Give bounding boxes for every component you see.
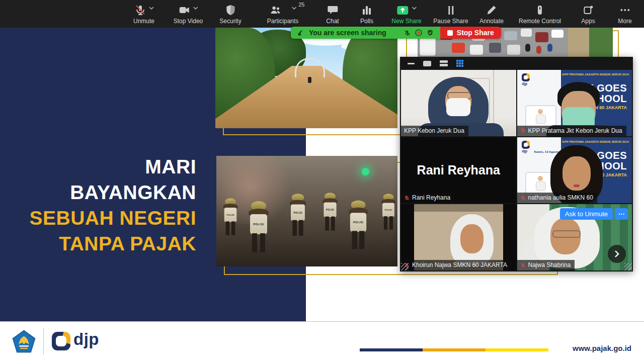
new-share-button[interactable]: New Share [391, 4, 421, 24]
share-arrow-icon [297, 29, 304, 36]
riot-police-photo: POLISI POLISI POLISI POLISI POLISI POLIS… [216, 156, 397, 266]
car [504, 31, 517, 40]
motorbike [547, 44, 552, 52]
polls-button[interactable]: Polls [360, 4, 373, 24]
djp-logo-icon [522, 141, 530, 149]
car [535, 32, 548, 42]
website-url: www.pajak.go.id [573, 344, 631, 352]
djp-logo-text: djp [73, 330, 99, 349]
participants-button[interactable]: 25 Participants [267, 4, 299, 24]
chevron-down-icon[interactable] [412, 7, 417, 10]
participants-video-panel: KPP Kebon Jeruk Dua djp KPP PRATAMA JAKA… [400, 57, 633, 272]
chat-bubble-icon [327, 4, 339, 16]
chevron-down-icon[interactable] [193, 7, 198, 10]
car [470, 45, 483, 55]
car [521, 29, 532, 37]
video-tile-rani-reyhana[interactable]: Rani Reyhana Rani Reyhana [401, 137, 516, 204]
next-page-arrow-button[interactable] [608, 245, 626, 263]
participant-name-label: Rani Reyhana [401, 193, 454, 203]
sharing-status: You are screen sharing [291, 27, 440, 39]
remote-control-button[interactable]: Remote Control [519, 4, 561, 24]
kemenkeu-logo [12, 330, 36, 353]
mic-muted-icon [520, 195, 526, 201]
video-tile-khoirun-najwa[interactable]: Khoirun Najwa SMKN 60 JAKARTA [401, 204, 516, 270]
participant-name-label: Najwa Shabrina [517, 260, 575, 270]
person-glasses [552, 230, 581, 238]
speaker-view-icon[interactable] [423, 61, 431, 66]
pause-icon [445, 4, 457, 16]
unmute-button[interactable]: Unmute [133, 4, 154, 24]
police-officer-figure: POLISI [323, 193, 338, 230]
virtual-bg-header-text: KPP PRATAMA JAKARTA KEBON JERUK DUA [562, 73, 629, 76]
camera-icon [179, 4, 191, 16]
panel-header [400, 57, 633, 70]
mic-muted-icon [134, 4, 146, 16]
shield-icon [224, 4, 236, 16]
stop-share-button[interactable]: Stop Share [440, 27, 501, 39]
police-officer-figure: POLISI [223, 198, 238, 235]
pencil-icon [486, 4, 498, 16]
motorbike [536, 46, 541, 54]
more-button[interactable]: More [618, 4, 631, 24]
video-tiles-grid: KPP Kebon Jeruk Dua djp KPP PRATAMA JAKA… [401, 70, 632, 270]
traffic-light-green [362, 168, 369, 175]
tile-more-options-button[interactable]: ⋯ [615, 208, 628, 220]
screen-share-banner: You are screen sharing Stop Share [291, 27, 501, 39]
zoom-toolbar: Unmute Stop Video Security [0, 0, 644, 28]
police-officer-figure: POLISI [249, 201, 269, 252]
zoom-meeting-screen: POLISI POLISI POLISI POLISI POLISI POLIS… [0, 0, 644, 362]
pause-share-button[interactable]: Pause Share [433, 4, 468, 24]
car [489, 43, 501, 53]
ask-to-unmute-button[interactable]: Ask to Unmute [560, 208, 613, 220]
video-tile-kpp-kebon-jeruk-dua[interactable]: KPP Kebon Jeruk Dua [401, 70, 516, 136]
minimize-window-icon[interactable] [408, 63, 415, 64]
car [551, 30, 564, 38]
mouse-icon [534, 4, 546, 16]
participant-name-label: KPP Pratama Jkt Kebon Jeruk Dua [517, 126, 626, 136]
grid-view-icon[interactable] [456, 60, 463, 67]
slide-headline: MARI BAYANGKAN SEBUAH NEGERI TANPA PAJAK [20, 154, 196, 256]
motorcyclist [308, 77, 311, 83]
slide-footer: djp www.pajak.go.id [0, 321, 644, 362]
person-lips [574, 185, 580, 187]
annotate-button[interactable]: Annotate [479, 4, 504, 24]
djp-logo-icon [52, 332, 70, 350]
headline-line: MARI [20, 154, 196, 179]
sharing-status-text: You are screen sharing [309, 29, 386, 37]
chevron-down-icon[interactable] [291, 7, 296, 10]
video-tile-kpp-pratama[interactable]: djp KPP PRATAMA JAKARTA KEBON JERUK DUA … [517, 70, 632, 136]
stop-video-button[interactable]: Stop Video [174, 4, 203, 24]
security-button[interactable]: Security [219, 4, 241, 24]
share-screen-icon [396, 4, 410, 16]
recording-icon [415, 29, 422, 36]
person-face [460, 224, 484, 253]
resize-handle[interactable] [624, 263, 632, 270]
bar-chart-icon [361, 4, 373, 16]
stop-icon [447, 30, 453, 36]
participant-name-label: nathania aulia SMKN 60 [517, 193, 597, 203]
person-face-mask [446, 98, 470, 116]
chevron-right-icon [614, 250, 620, 258]
car [452, 43, 465, 53]
security-shield-icon [427, 29, 434, 36]
participant-name-label: Khoirun Najwa SMKN 60 JAKARTA [401, 260, 511, 270]
gallery-strip-icon[interactable] [440, 60, 448, 66]
car [507, 45, 520, 55]
apps-icon [582, 4, 594, 16]
apps-button[interactable]: Apps [581, 4, 595, 24]
video-tile-nathania-aulia[interactable]: djp KPP PRATAMA JAKARTA KEBON JERUK DUA … [517, 137, 632, 204]
virtual-bg-header-text: KPP PRATAMA JAKARTA KEBON JERUK DUA [562, 140, 629, 143]
resize-handle[interactable] [401, 263, 409, 270]
chevron-down-icon[interactable] [149, 7, 154, 10]
ellipsis-icon [619, 4, 631, 16]
mic-muted-icon [404, 30, 411, 36]
chat-button[interactable]: Chat [326, 4, 339, 24]
mic-muted-icon [520, 262, 526, 268]
headline-line: BAYANGKAN [20, 179, 196, 205]
police-officer-figure: POLISI [290, 194, 306, 236]
police-officer-figure: POLISI [381, 194, 395, 229]
mic-muted-icon [404, 195, 410, 201]
headline-line: SEBUAH NEGERI [20, 205, 196, 231]
divider [43, 328, 44, 355]
participant-name-label: KPP Kebon Jeruk Dua [401, 126, 468, 136]
